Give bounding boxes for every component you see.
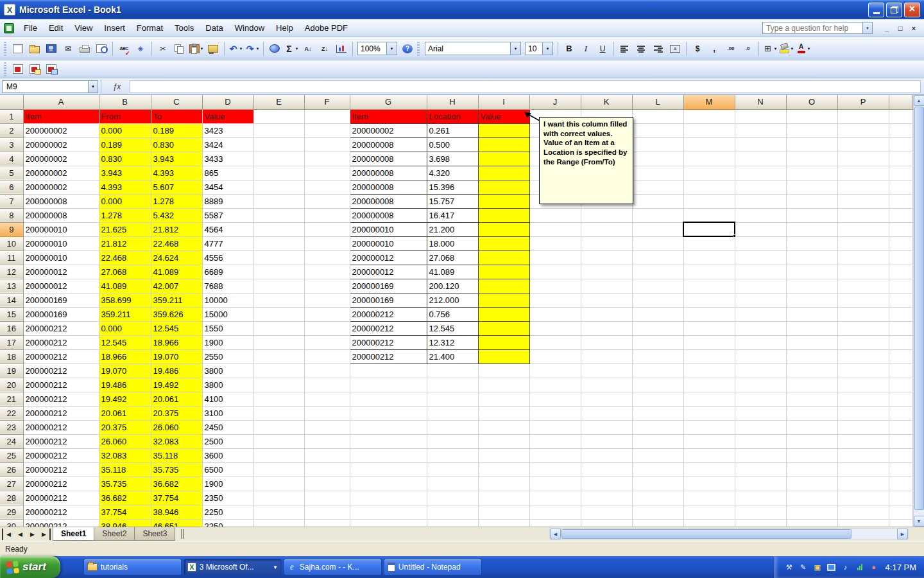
cell[interactable]: 200000212	[23, 434, 99, 448]
cell[interactable]	[889, 279, 913, 293]
currency-button[interactable]: $	[690, 41, 705, 57]
menu-insert[interactable]: Insert	[98, 21, 131, 35]
cell[interactable]	[529, 406, 581, 420]
cell[interactable]: 6689	[202, 265, 253, 279]
cell[interactable]: 200000010	[23, 222, 99, 236]
cell[interactable]	[478, 505, 529, 519]
row-header-24[interactable]: 24	[0, 434, 23, 448]
cell[interactable]	[529, 491, 581, 505]
cell[interactable]	[529, 462, 581, 477]
cell[interactable]	[478, 321, 529, 335]
scroll-left-icon[interactable]: ◀	[550, 529, 561, 539]
cell[interactable]	[427, 392, 478, 406]
cell[interactable]	[529, 265, 581, 279]
cell[interactable]	[529, 279, 581, 293]
cell[interactable]	[735, 335, 786, 349]
cell[interactable]	[350, 406, 427, 420]
cell[interactable]: Value	[202, 109, 253, 123]
cell[interactable]: From	[99, 109, 151, 123]
cell[interactable]	[837, 137, 889, 152]
cell[interactable]	[632, 166, 683, 180]
cell[interactable]: 200000212	[23, 321, 99, 335]
cell[interactable]: 1.278	[99, 208, 151, 222]
row-header-19[interactable]: 19	[0, 363, 23, 378]
cell[interactable]	[350, 448, 427, 462]
align-center-button[interactable]	[634, 41, 649, 57]
cell[interactable]	[786, 194, 837, 208]
row-header-26[interactable]: 26	[0, 462, 23, 477]
cell[interactable]: 200.120	[427, 279, 478, 293]
cell[interactable]: 212.000	[427, 293, 478, 307]
cell[interactable]	[889, 265, 913, 279]
chevron-down-icon[interactable]: ▼	[791, 47, 794, 51]
cell[interactable]	[529, 505, 581, 519]
cell[interactable]	[735, 236, 786, 250]
cell[interactable]	[837, 335, 889, 349]
chevron-down-icon[interactable]: ▼	[256, 47, 260, 51]
cell[interactable]	[478, 137, 529, 152]
cell[interactable]	[304, 519, 350, 527]
cell[interactable]	[529, 378, 581, 392]
cell[interactable]	[581, 420, 632, 434]
cell[interactable]: 16.417	[427, 208, 478, 222]
cell[interactable]	[735, 392, 786, 406]
cell[interactable]: 200000212	[23, 349, 99, 363]
cell[interactable]	[837, 293, 889, 307]
research-button[interactable]: ◈	[133, 41, 148, 57]
cell[interactable]: 3100	[202, 406, 253, 420]
menu-help[interactable]: Help	[270, 21, 299, 35]
cell[interactable]	[304, 109, 350, 123]
cell[interactable]	[889, 293, 913, 307]
taskbar-button[interactable]: eSajha.com - - K...	[284, 559, 382, 575]
cell[interactable]: 21.400	[427, 349, 478, 363]
cell[interactable]	[735, 434, 786, 448]
open-button[interactable]	[27, 41, 42, 57]
cell[interactable]: 3424	[202, 137, 253, 152]
cell[interactable]	[683, 519, 735, 527]
cell[interactable]: 18.966	[99, 349, 151, 363]
cell[interactable]	[304, 152, 350, 166]
row-header-30[interactable]: 30	[0, 519, 23, 527]
cell[interactable]	[253, 123, 304, 137]
select-all-corner[interactable]	[0, 95, 23, 109]
question-box[interactable]: Type a question for help ▼	[762, 22, 873, 34]
cell[interactable]: 1900	[202, 335, 253, 349]
sheet-tab-sheet3[interactable]: Sheet3	[134, 527, 175, 541]
tab-splitter[interactable]	[181, 529, 184, 539]
cell[interactable]: 1.278	[151, 194, 202, 208]
undo-button[interactable]: ↶▼	[228, 41, 243, 57]
scroll-right-icon[interactable]: ▶	[897, 529, 908, 539]
cell[interactable]	[837, 109, 889, 123]
cell[interactable]	[786, 392, 837, 406]
cell[interactable]	[735, 505, 786, 519]
cell[interactable]	[683, 321, 735, 335]
cell[interactable]: 2500	[202, 434, 253, 448]
cell[interactable]: 4.320	[427, 166, 478, 180]
row-header-2[interactable]: 2	[0, 123, 23, 137]
cell[interactable]	[786, 307, 837, 321]
cell[interactable]	[253, 420, 304, 434]
cell[interactable]: 32.083	[151, 434, 202, 448]
cell[interactable]: 20.061	[151, 392, 202, 406]
cell[interactable]	[683, 349, 735, 363]
cell[interactable]: 20.375	[151, 406, 202, 420]
horizontal-scrollbar[interactable]: ◀ ▶	[549, 529, 909, 539]
cell[interactable]	[735, 293, 786, 307]
cell[interactable]: 3.698	[427, 152, 478, 166]
column-header-L[interactable]: L	[632, 95, 683, 109]
format-painter-button[interactable]	[205, 41, 221, 57]
cell[interactable]: 1550	[202, 321, 253, 335]
cell[interactable]	[304, 448, 350, 462]
cell[interactable]	[683, 335, 735, 349]
cell[interactable]	[889, 109, 913, 123]
cell[interactable]: 200000169	[350, 293, 427, 307]
cell[interactable]: 35.735	[99, 477, 151, 491]
decrease-decimal-button[interactable]: .0	[740, 41, 755, 57]
column-header-P[interactable]: P	[837, 95, 889, 109]
cell[interactable]	[735, 491, 786, 505]
cell[interactable]	[253, 349, 304, 363]
cell[interactable]	[350, 519, 427, 527]
cell[interactable]: 200000008	[350, 166, 427, 180]
cell[interactable]: 12.545	[427, 321, 478, 335]
column-header-I[interactable]: I	[478, 95, 529, 109]
